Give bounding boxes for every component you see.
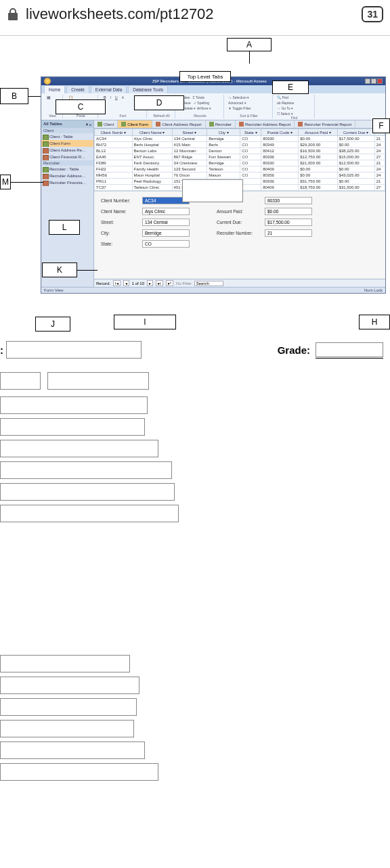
field-city[interactable]: Berridge: [142, 229, 190, 237]
answer-input[interactable]: [0, 396, 148, 414]
delete-button[interactable]: ✖ Delete ▾ ⊞ More ▾: [179, 106, 221, 110]
form-detail: Client Number:AC34 Client Name:Alys Clin…: [94, 191, 385, 279]
record-navigator: Record: I◂ ◂ 1 of 10 ▸ ▸I ▸* No Filter S…: [94, 279, 385, 287]
close-button[interactable]: [377, 78, 383, 84]
col-header[interactable]: Current Due ▾: [337, 129, 374, 136]
save-button[interactable]: ✎ Save ✓ Spelling: [179, 101, 221, 105]
answer-input[interactable]: [0, 655, 130, 672]
ribbon-tab-dbtools[interactable]: Database Tools: [128, 85, 168, 93]
url-text[interactable]: liveworksheets.com/pt12702: [26, 5, 355, 23]
font-color[interactable]: A: [121, 95, 125, 100]
col-header[interactable]: Client Numb ▾: [95, 129, 133, 136]
answer-input[interactable]: [0, 440, 158, 457]
col-header[interactable]: City ▾: [207, 129, 240, 136]
tab-count-button[interactable]: 31: [362, 6, 383, 22]
nav-last[interactable]: ▸I: [156, 280, 163, 286]
table-row[interactable]: FH22Family Health123 SecondTarletonCO804…: [95, 166, 385, 173]
lock-icon: [7, 7, 19, 21]
lbl-current-due: Current Due:: [217, 220, 261, 225]
ribbon-tab-external[interactable]: External Data: [91, 85, 127, 93]
table-row[interactable]: BL12Benton Labs12 MountainDentonCO80412$…: [95, 148, 385, 154]
table-row[interactable]: EA45ENT Assoc.867 RidgeFort StewartCO803…: [95, 154, 385, 160]
nav-item[interactable]: Client Address Re…: [41, 147, 93, 154]
col-header[interactable]: Street ▾: [172, 129, 207, 136]
nav-group-recruiter[interactable]: Recruiter: [41, 160, 93, 166]
goto-button[interactable]: → Go To ▾: [277, 106, 311, 110]
maximize-button[interactable]: [371, 78, 376, 84]
doc-tab[interactable]: Client Address Report: [152, 120, 205, 128]
col-header[interactable]: Amount Paid ▾: [299, 129, 337, 136]
answer-input[interactable]: [0, 720, 134, 737]
ribbon-tabs: Home Create External Data Database Tools: [41, 85, 385, 93]
answer-input[interactable]: [0, 698, 137, 716]
nav-prev[interactable]: ◂: [123, 280, 129, 286]
table-row[interactable]: MH56Maun Hospital76 DixonMasonCO80356$0.…: [95, 173, 385, 179]
field-recruiter[interactable]: 21: [265, 229, 312, 237]
answer-input[interactable]: [0, 418, 145, 436]
ribbon-tab-home[interactable]: Home: [44, 85, 65, 93]
doc-tab[interactable]: Recruiter Address Report: [236, 120, 295, 128]
nav-item[interactable]: Recruiter : Table: [41, 166, 93, 173]
status-right: Num Lock: [364, 288, 383, 292]
answer-stack-2: [0, 655, 383, 781]
ribbon-tab-create[interactable]: Create: [66, 85, 89, 93]
nav-new[interactable]: ▸*: [166, 280, 173, 286]
font-italic[interactable]: I: [109, 95, 112, 100]
toggle-filter[interactable]: ▼ Toggle Filter: [228, 106, 269, 110]
status-left: Form View: [44, 288, 64, 292]
answer-input[interactable]: [0, 461, 172, 479]
doc-tab[interactable]: Recruiter: [206, 120, 236, 128]
answer-input[interactable]: [0, 741, 145, 759]
field-client-name[interactable]: Alys Clinic: [142, 208, 190, 215]
font-underline[interactable]: U: [114, 95, 119, 100]
field-street[interactable]: 134 Central: [142, 219, 190, 226]
nav-group-client[interactable]: Client: [41, 128, 93, 133]
advanced-button[interactable]: Advanced ▾: [228, 101, 269, 105]
grade-input[interactable]: [316, 342, 383, 357]
grade-label: Grade:: [278, 344, 310, 356]
office-orb[interactable]: [44, 78, 51, 85]
browser-bar: liveworksheets.com/pt12702 31: [0, 0, 390, 28]
nav-item[interactable]: Client : Table: [41, 133, 93, 140]
nav-item[interactable]: Recruiter Address…: [41, 173, 93, 179]
field-state[interactable]: CO: [142, 240, 190, 248]
nav-first[interactable]: I◂: [113, 280, 121, 286]
doc-tab[interactable]: Client: [94, 120, 118, 128]
replace-button[interactable]: ab Replace: [277, 101, 311, 105]
line: [249, 51, 250, 64]
nav-item[interactable]: Client Form: [41, 140, 93, 147]
table-row[interactable]: FD89Ferb Dentistry34 CrestviewBerridgeCO…: [95, 160, 385, 166]
new-button[interactable]: ✦ New Σ Totals: [179, 95, 221, 99]
table-row[interactable]: BH72Berls Hospital415 MainBerlsCO80349$2…: [95, 142, 385, 148]
no-filter[interactable]: No Filter: [176, 281, 192, 285]
doc-tab[interactable]: Client Form: [118, 120, 152, 128]
name-input[interactable]: [6, 341, 142, 359]
document-tabs: Client Client Form Client Address Report…: [94, 120, 385, 129]
col-header[interactable]: State ▾: [240, 129, 261, 136]
answer-input[interactable]: [0, 763, 158, 781]
minimize-button[interactable]: [365, 78, 370, 84]
search-box[interactable]: Search: [194, 281, 223, 286]
answer-input[interactable]: [0, 505, 179, 522]
sort-asc[interactable]: ↑↓ Selection ▾: [228, 95, 269, 99]
answer-stack-1: [0, 372, 383, 522]
nav-item[interactable]: Recruiter Financia…: [41, 179, 93, 186]
col-header[interactable]: Postal Code ▾: [261, 129, 299, 136]
view-button[interactable]: ▦: [45, 95, 52, 101]
nav-next[interactable]: ▸: [147, 280, 153, 286]
field-amount-paid[interactable]: $0.00: [265, 208, 312, 215]
answer-input[interactable]: [0, 483, 175, 501]
answer-input[interactable]: [47, 372, 149, 390]
field-postal[interactable]: 80330: [265, 197, 312, 204]
table-row[interactable]: AC34Alys Clinic134 CentralBerridgeCO8033…: [95, 136, 385, 142]
lbl-amount-paid: Amount Paid:: [217, 209, 261, 214]
doc-tab[interactable]: Recruiter Financial Report: [295, 120, 355, 128]
field-current-due[interactable]: $17,500.00: [265, 219, 312, 226]
answer-input[interactable]: [0, 372, 41, 390]
nav-header[interactable]: All Tables▾ «: [41, 120, 93, 128]
label-top-level-tabs: Top Level Tabs: [179, 71, 231, 82]
col-header[interactable]: Client Name ▾: [132, 129, 172, 136]
answer-input[interactable]: [0, 677, 139, 694]
find-button[interactable]: 🔍 Find: [277, 95, 311, 99]
nav-item[interactable]: Client Financial R…: [41, 154, 93, 160]
